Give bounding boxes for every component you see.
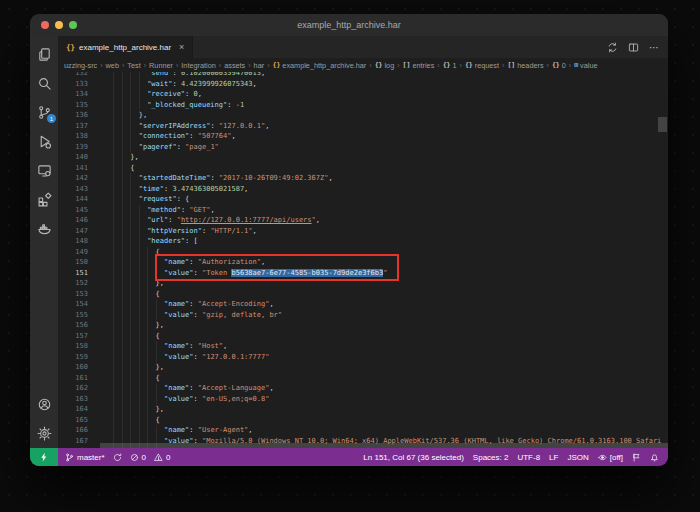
- activity-item-remote-explorer[interactable]: [30, 156, 58, 185]
- close-window-button[interactable]: [41, 21, 49, 29]
- breadcrumb-item-headers[interactable]: []headers: [507, 61, 543, 70]
- code-line[interactable]: 157 {: [58, 331, 668, 342]
- line-number[interactable]: 156: [58, 320, 88, 331]
- status-errors[interactable]: 0: [130, 453, 146, 462]
- line-number[interactable]: 165: [58, 415, 88, 426]
- code-line[interactable]: 158 "name": "Host",: [58, 341, 668, 352]
- breadcrumb-item-test[interactable]: Test: [127, 61, 140, 70]
- line-number[interactable]: 145: [58, 205, 88, 216]
- activity-item-settings[interactable]: [30, 419, 58, 448]
- activity-item-run-debug[interactable]: [30, 127, 58, 156]
- breadcrumb-item-example-http-archive-har[interactable]: {}example_http_archive.har: [273, 61, 367, 70]
- code-line[interactable]: 134 "receive": 0,: [58, 89, 668, 100]
- code-line[interactable]: 150 "name": "Authorization",: [58, 257, 668, 268]
- code-line[interactable]: 155 "value": "gzip, deflate, br": [58, 310, 668, 321]
- status-warnings[interactable]: 0: [154, 453, 170, 462]
- line-number[interactable]: 134: [58, 89, 88, 100]
- line-number[interactable]: 135: [58, 100, 88, 111]
- status-notifications[interactable]: [650, 453, 659, 462]
- code-line[interactable]: 135 "_blocked_queueing": -1: [58, 100, 668, 111]
- status-git-branch[interactable]: master*: [65, 453, 105, 462]
- breadcrumb-item-uzzing-src[interactable]: uzzing-src: [64, 61, 97, 70]
- status-language-mode[interactable]: JSON: [567, 453, 588, 462]
- code-line[interactable]: 163 "value": "en-US,en;q=0.8": [58, 394, 668, 405]
- breadcrumb-item-runner[interactable]: Runner: [149, 61, 173, 70]
- more-actions-icon[interactable]: ⋯: [649, 42, 660, 53]
- code-line[interactable]: 141 {: [58, 163, 668, 174]
- code-line[interactable]: 147 "httpVersion": "HTTP/1.1",: [58, 226, 668, 237]
- line-number[interactable]: 163: [58, 394, 88, 405]
- code-line[interactable]: 140 },: [58, 152, 668, 163]
- line-number[interactable]: 140: [58, 152, 88, 163]
- line-number[interactable]: 143: [58, 184, 88, 195]
- vertical-scrollbar[interactable]: [658, 117, 667, 132]
- line-number[interactable]: 147: [58, 226, 88, 237]
- line-number[interactable]: 151: [58, 268, 88, 279]
- line-number[interactable]: 133: [58, 79, 88, 90]
- line-number[interactable]: 167: [58, 436, 88, 447]
- code-line[interactable]: 156 },: [58, 320, 668, 331]
- breadcrumb-item-1[interactable]: {}1: [443, 61, 457, 70]
- breadcrumb-item-assets[interactable]: assets: [224, 61, 245, 70]
- line-number[interactable]: 168: [58, 446, 88, 448]
- line-number[interactable]: 150: [58, 257, 88, 268]
- activity-item-explorer[interactable]: [30, 40, 58, 69]
- line-number[interactable]: 155: [58, 310, 88, 321]
- line-number[interactable]: 141: [58, 163, 88, 174]
- status-sync[interactable]: [113, 453, 122, 462]
- code-line[interactable]: 164 },: [58, 404, 668, 415]
- line-number[interactable]: 137: [58, 121, 88, 132]
- code-line[interactable]: 161 {: [58, 373, 668, 384]
- breadcrumb-item-har[interactable]: har: [254, 61, 265, 70]
- line-number[interactable]: 152: [58, 278, 88, 289]
- breadcrumb-item-entries[interactable]: []entries: [403, 61, 435, 70]
- breadcrumb-item-web[interactable]: web: [106, 61, 119, 70]
- activity-item-search[interactable]: [30, 69, 58, 98]
- breadcrumb-item-request[interactable]: {}request: [465, 61, 499, 70]
- code-line[interactable]: 133 "wait": 4.423999926075343,: [58, 79, 668, 90]
- code-line[interactable]: 142 "startedDateTime": "2017-10-26T09:49…: [58, 173, 668, 184]
- zoom-window-button[interactable]: [69, 21, 77, 29]
- line-number[interactable]: 160: [58, 362, 88, 373]
- code-line[interactable]: 149 {: [58, 247, 668, 258]
- code-line[interactable]: 136 },: [58, 110, 668, 121]
- status-encoding[interactable]: UTF-8: [517, 453, 540, 462]
- activity-item-source-control[interactable]: 1: [30, 98, 58, 127]
- line-number[interactable]: 161: [58, 373, 88, 384]
- line-number[interactable]: 164: [58, 404, 88, 415]
- code-line[interactable]: 148 "headers": [: [58, 236, 668, 247]
- status-eol[interactable]: LF: [549, 453, 558, 462]
- code-line[interactable]: 160 },: [58, 362, 668, 373]
- line-number[interactable]: 148: [58, 236, 88, 247]
- status-screencast-mode[interactable]: [off]: [598, 453, 623, 462]
- minimize-window-button[interactable]: [55, 21, 63, 29]
- split-editor-icon[interactable]: [628, 42, 639, 53]
- breadcrumb-item-log[interactable]: {}log: [375, 61, 395, 70]
- status-feedback[interactable]: [632, 453, 641, 462]
- code-line[interactable]: 159 "value": "127.0.0.1:7777": [58, 352, 668, 363]
- line-number[interactable]: 138: [58, 131, 88, 142]
- code-line[interactable]: 165 {: [58, 415, 668, 426]
- code-line[interactable]: 137 "serverIPAddress": "127.0.0.1",: [58, 121, 668, 132]
- line-number[interactable]: 166: [58, 425, 88, 436]
- breadcrumb-item-integration[interactable]: Integration: [181, 61, 215, 70]
- line-number[interactable]: 158: [58, 341, 88, 352]
- status-indentation[interactable]: Spaces: 2: [473, 453, 509, 462]
- activity-item-extensions[interactable]: [30, 185, 58, 214]
- status-cursor-position[interactable]: Ln 151, Col 67 (36 selected): [363, 453, 464, 462]
- line-number[interactable]: 159: [58, 352, 88, 363]
- code-line[interactable]: 162 "name": "Accept-Language",: [58, 383, 668, 394]
- line-number[interactable]: 144: [58, 194, 88, 205]
- line-number[interactable]: 136: [58, 110, 88, 121]
- code-line[interactable]: 143 "time": 3.474363005021587,: [58, 184, 668, 195]
- open-changes-icon[interactable]: [607, 42, 618, 53]
- code-line[interactable]: 145 "method": "GET",: [58, 205, 668, 216]
- code-line[interactable]: 153 {: [58, 289, 668, 300]
- tab-example-http-archive[interactable]: {} example_http_archive.har ×: [58, 36, 193, 58]
- line-number[interactable]: 154: [58, 299, 88, 310]
- breadcrumb-item-0[interactable]: {}0: [552, 61, 566, 70]
- remote-indicator[interactable]: [30, 448, 58, 466]
- activity-item-accounts[interactable]: [30, 390, 58, 419]
- line-number[interactable]: 146: [58, 215, 88, 226]
- code-line[interactable]: 154 "name": "Accept-Encoding",: [58, 299, 668, 310]
